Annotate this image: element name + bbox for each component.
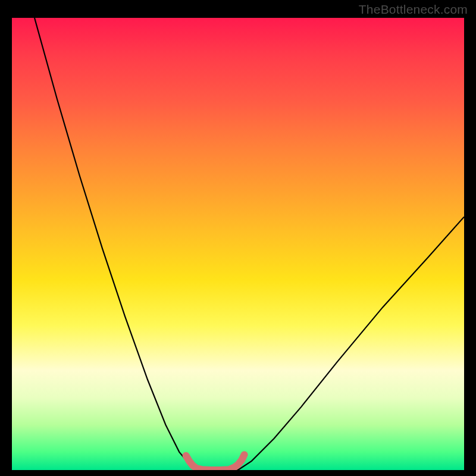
watermark-text: TheBottleneck.com xyxy=(359,2,468,17)
chart-area xyxy=(12,18,464,470)
